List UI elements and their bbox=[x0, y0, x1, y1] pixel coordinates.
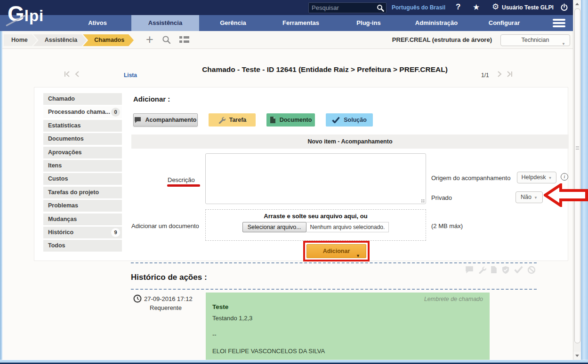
window-frame-bottom bbox=[0, 360, 588, 364]
search-input[interactable] bbox=[312, 3, 373, 12]
tab-estatisticas[interactable]: Estatísticas bbox=[43, 120, 122, 132]
entry-title: Teste bbox=[212, 303, 483, 310]
language-selector[interactable]: Português do Brasil bbox=[392, 4, 445, 11]
tab-itens[interactable]: Itens bbox=[43, 160, 122, 172]
tab-todos[interactable]: Todos bbox=[43, 240, 122, 252]
file-status: Nenhum arquivo selecionado. bbox=[306, 222, 389, 232]
settings-gear-icon[interactable]: ⚙ bbox=[492, 2, 499, 12]
tab-chamado[interactable]: Chamado bbox=[43, 93, 122, 105]
breadcrumb-bar: Home Assistência Chamados + PREF.CREAL (… bbox=[0, 31, 573, 49]
chevron-down-icon: ▼ bbox=[562, 39, 565, 49]
logout-power-icon[interactable] bbox=[560, 3, 568, 11]
breadcrumb-chamados[interactable]: Chamados bbox=[83, 34, 134, 46]
check-icon bbox=[332, 117, 340, 123]
add-ticket-icon[interactable]: + bbox=[146, 34, 153, 45]
comment-icon[interactable] bbox=[465, 266, 474, 274]
tab-tarefas-projeto[interactable]: Tarefas do projeto bbox=[43, 187, 122, 198]
search-icon[interactable] bbox=[377, 4, 384, 12]
entity-selector[interactable]: PREF.CREAL (estrutura de árvore) bbox=[392, 36, 492, 43]
timeline-filter-icons bbox=[465, 266, 536, 274]
divider bbox=[131, 262, 537, 263]
entry-text: ELOI FELIPE VASCONCELOS DA SILVA bbox=[212, 348, 483, 355]
resize-grip[interactable] bbox=[421, 199, 425, 203]
menu-gerencia[interactable]: Gerência bbox=[199, 15, 267, 31]
menu-plugins[interactable]: Plug-ins bbox=[335, 15, 403, 31]
tab-badge: 0 bbox=[111, 108, 120, 117]
description-label: Descrição bbox=[168, 176, 195, 183]
document-icon[interactable] bbox=[491, 266, 497, 274]
document-icon bbox=[270, 116, 276, 124]
profile-dropdown[interactable]: Technician▼ bbox=[500, 34, 570, 46]
bookmark-star-icon[interactable]: ★ bbox=[473, 2, 480, 12]
file-dropzone[interactable]: Arraste e solte seu arquivo aqui, ou Sel… bbox=[205, 209, 426, 241]
scrollbar-thumb[interactable] bbox=[574, 8, 580, 343]
private-label: Privado bbox=[431, 194, 452, 201]
tab-problemas[interactable]: Problemas bbox=[43, 200, 122, 212]
private-dropdown[interactable]: Não▼ bbox=[516, 191, 543, 203]
menu-administracao[interactable]: Administração bbox=[403, 15, 470, 31]
annotation-red-arrow bbox=[544, 183, 588, 207]
entry-text: Testando 1,2,3 bbox=[212, 315, 483, 322]
tab-processando-chamado[interactable]: Processando chama...0 bbox=[43, 106, 122, 118]
origin-label: Origem do acompanhamento bbox=[431, 174, 510, 182]
tab-documentos[interactable]: Documentos bbox=[43, 133, 122, 145]
tab-historico[interactable]: Histórico9 bbox=[43, 227, 122, 238]
glpi-logo[interactable]: Glpi bbox=[8, 1, 44, 26]
entry-text: -- bbox=[212, 331, 483, 338]
shield-check-icon[interactable] bbox=[501, 266, 510, 274]
entry-timestamp: 27-09-2016 17:12 bbox=[144, 295, 193, 302]
timeline-entry[interactable]: Lembrete de chamado Teste Testando 1,2,3… bbox=[206, 293, 490, 360]
menu-ferramentas[interactable]: Ferramentas bbox=[267, 15, 335, 31]
main-menu: Ativos Assistência Gerência Ferramentas … bbox=[0, 15, 573, 31]
tab-aprovacoes[interactable]: Aprovações bbox=[43, 147, 122, 158]
search-tickets-icon[interactable] bbox=[162, 35, 171, 44]
form-header: Novo item - Acompanhamento bbox=[131, 135, 569, 149]
annotation-red-underline bbox=[167, 184, 200, 187]
breadcrumb-assistencia[interactable]: Assistência bbox=[33, 34, 87, 46]
description-textarea[interactable] bbox=[205, 153, 426, 204]
ticket-panel: Chamado Processando chama...0 Estatístic… bbox=[34, 87, 568, 261]
chevron-down-icon: ▼ bbox=[534, 196, 538, 200]
top-bar: Português do Brasil ? ★ ⚙ Usuário Teste … bbox=[0, 0, 573, 15]
last-page-icon[interactable] bbox=[506, 71, 513, 78]
add-solution-button[interactable]: Solução bbox=[326, 113, 373, 127]
select-file-button[interactable]: Selecionar arquivo... bbox=[242, 222, 306, 232]
ban-icon[interactable] bbox=[527, 266, 536, 274]
tab-custos[interactable]: Custos bbox=[43, 173, 122, 185]
add-followup-button[interactable]: Acompanhamento bbox=[133, 113, 198, 127]
breadcrumb-home[interactable]: Home bbox=[4, 34, 37, 46]
list-link[interactable]: Lista bbox=[124, 72, 137, 79]
title-bar: Lista Chamado - Teste - ID 12641 (Entida… bbox=[0, 49, 573, 87]
add-document-button[interactable]: Documento bbox=[266, 113, 315, 127]
hamburger-menu-icon[interactable] bbox=[553, 17, 565, 29]
global-search[interactable] bbox=[308, 2, 387, 13]
menu-ativos[interactable]: Ativos bbox=[64, 15, 131, 31]
max-size-note: (2 MB máx) bbox=[431, 222, 463, 229]
scroll-down-button[interactable] bbox=[573, 352, 581, 359]
check-icon[interactable] bbox=[514, 266, 523, 273]
add-document-label: Adicionar um documento bbox=[131, 222, 199, 229]
scroll-up-button[interactable] bbox=[573, 0, 581, 8]
origin-dropdown[interactable]: Helpdesk▼ bbox=[517, 172, 556, 183]
comment-icon bbox=[134, 117, 141, 123]
wrench-icon bbox=[218, 116, 226, 124]
menu-assistencia[interactable]: Assistência bbox=[131, 15, 199, 31]
next-page-icon[interactable] bbox=[497, 71, 502, 78]
glpi-window: Português do Brasil ? ★ ⚙ Usuário Teste … bbox=[0, 0, 588, 364]
page-title: Chamado - Teste - ID 12641 (Entidade Rai… bbox=[188, 64, 461, 75]
tab-mudancas[interactable]: Mudanças bbox=[43, 214, 122, 225]
browser-scrollbar[interactable] bbox=[573, 0, 581, 360]
first-page-icon[interactable] bbox=[64, 71, 71, 78]
dropzone-title: Arraste e solte seu arquivo aqui, ou bbox=[206, 213, 426, 220]
help-icon[interactable]: ? bbox=[456, 2, 460, 12]
entry-author: Requerente bbox=[150, 304, 182, 311]
menu-configurar[interactable]: Configurar bbox=[470, 15, 538, 31]
info-icon[interactable]: i bbox=[561, 173, 568, 181]
tab-badge: 9 bbox=[111, 228, 120, 237]
add-task-button[interactable]: Tarefa bbox=[209, 113, 256, 127]
tab-content: Adicionar : Acompanhamento Tarefa Docume… bbox=[131, 87, 569, 261]
prev-page-icon[interactable] bbox=[75, 71, 80, 78]
user-menu[interactable]: Usuário Teste GLPI bbox=[502, 4, 554, 11]
list-view-icon[interactable] bbox=[179, 36, 189, 43]
wrench-icon[interactable] bbox=[478, 266, 486, 274]
